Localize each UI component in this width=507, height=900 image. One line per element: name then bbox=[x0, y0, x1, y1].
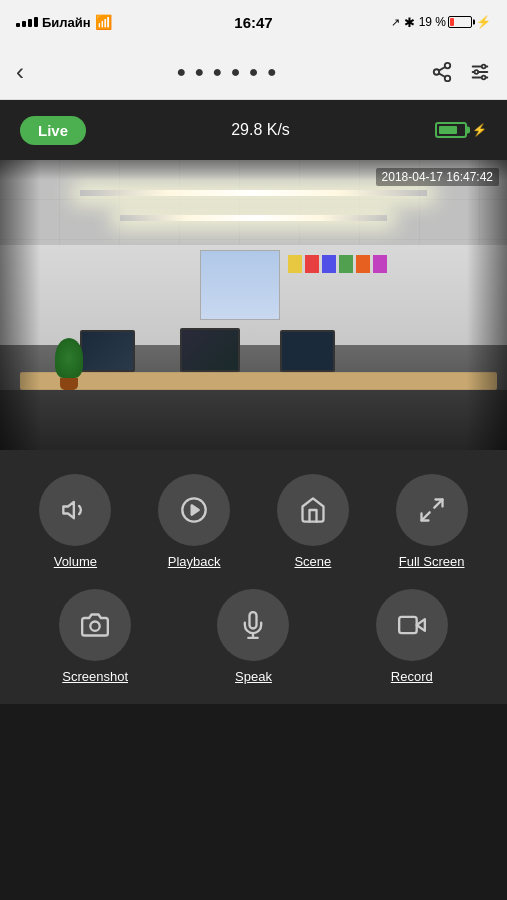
controls-row-2: Screenshot Speak Record bbox=[16, 589, 491, 684]
svg-point-16 bbox=[90, 622, 99, 631]
status-time: 16:47 bbox=[234, 14, 272, 31]
svg-rect-20 bbox=[399, 617, 417, 633]
settings-icon[interactable] bbox=[469, 61, 491, 83]
live-header: Live 29.8 K/s ⚡ bbox=[0, 100, 507, 160]
vignette-left bbox=[0, 160, 40, 450]
monitor-screen-left bbox=[82, 332, 133, 370]
battery-live: ⚡ bbox=[435, 122, 487, 138]
svg-marker-11 bbox=[64, 502, 75, 518]
office-scene bbox=[0, 160, 507, 450]
volume-icon bbox=[61, 496, 89, 524]
svg-point-10 bbox=[482, 75, 486, 79]
bluetooth-icon: ✱ bbox=[404, 15, 415, 30]
carrier-name: Билайн bbox=[42, 15, 91, 30]
speak-icon bbox=[239, 611, 267, 639]
speak-button[interactable] bbox=[217, 589, 289, 661]
record-button[interactable] bbox=[376, 589, 448, 661]
light-strip-1 bbox=[80, 190, 427, 196]
live-badge: Live bbox=[20, 116, 86, 145]
speak-control[interactable]: Speak bbox=[213, 589, 293, 684]
battery-live-fill bbox=[439, 126, 457, 134]
signal-bars bbox=[16, 17, 38, 27]
light-strip-2 bbox=[120, 215, 387, 221]
scene-button[interactable] bbox=[277, 474, 349, 546]
fullscreen-icon bbox=[418, 496, 446, 524]
floor bbox=[0, 390, 507, 450]
monitor-left bbox=[80, 330, 135, 372]
svg-marker-13 bbox=[192, 505, 199, 514]
scene-icon bbox=[299, 496, 327, 524]
record-label: Record bbox=[391, 669, 433, 684]
speak-label: Speak bbox=[235, 669, 272, 684]
svg-point-8 bbox=[482, 64, 486, 68]
battery-icon bbox=[448, 16, 472, 28]
status-left: Билайн 📶 bbox=[16, 14, 112, 30]
screenshot-icon bbox=[81, 611, 109, 639]
nav-actions bbox=[431, 61, 491, 83]
playback-button[interactable] bbox=[158, 474, 230, 546]
charging-icon: ⚡ bbox=[476, 15, 491, 29]
signal-bar-4 bbox=[34, 17, 38, 27]
plant-pot bbox=[60, 378, 78, 390]
plant bbox=[55, 338, 83, 390]
scene-label: Scene bbox=[294, 554, 331, 569]
camera-feed: 2018-04-17 16:47:42 bbox=[0, 160, 507, 450]
battery-live-icon bbox=[435, 122, 467, 138]
desk-area bbox=[0, 250, 507, 450]
fullscreen-control[interactable]: Full Screen bbox=[392, 474, 472, 569]
camera-timestamp: 2018-04-17 16:47:42 bbox=[376, 168, 499, 186]
volume-label: Volume bbox=[54, 554, 97, 569]
nav-title: ● ● ● ● ● ● bbox=[176, 63, 278, 81]
desk-surface-main bbox=[20, 372, 497, 390]
signal-bar-3 bbox=[28, 19, 32, 27]
screenshot-label: Screenshot bbox=[62, 669, 128, 684]
plant-leaves bbox=[55, 338, 83, 378]
vignette-right bbox=[467, 160, 507, 450]
monitor-center bbox=[180, 328, 240, 372]
wifi-icon: 📶 bbox=[95, 14, 112, 30]
volume-button[interactable] bbox=[39, 474, 111, 546]
svg-line-15 bbox=[421, 512, 429, 520]
battery-indicator: 19 % ⚡ bbox=[419, 15, 491, 29]
svg-line-14 bbox=[434, 500, 442, 508]
svg-point-9 bbox=[475, 70, 479, 74]
controls-row-1: Volume Playback Scene bbox=[16, 474, 491, 569]
playback-icon bbox=[180, 496, 208, 524]
playback-label: Playback bbox=[168, 554, 221, 569]
signal-bar-1 bbox=[16, 23, 20, 27]
share-icon[interactable] bbox=[431, 61, 453, 83]
record-icon bbox=[398, 611, 426, 639]
controls-area: Volume Playback Scene bbox=[0, 450, 507, 704]
charging-bolt-icon: ⚡ bbox=[472, 123, 487, 137]
battery-percent: 19 % bbox=[419, 15, 446, 29]
screenshot-button[interactable] bbox=[59, 589, 131, 661]
signal-bar-2 bbox=[22, 21, 26, 27]
scene-control[interactable]: Scene bbox=[273, 474, 353, 569]
playback-control[interactable]: Playback bbox=[154, 474, 234, 569]
navigation-icon: ↗ bbox=[391, 16, 400, 29]
screenshot-control[interactable]: Screenshot bbox=[55, 589, 135, 684]
monitor-screen-right bbox=[282, 332, 333, 370]
record-control[interactable]: Record bbox=[372, 589, 452, 684]
svg-line-3 bbox=[439, 73, 445, 77]
monitor-right bbox=[280, 330, 335, 372]
status-right: ↗ ✱ 19 % ⚡ bbox=[391, 15, 491, 30]
svg-line-4 bbox=[439, 66, 445, 70]
battery-fill bbox=[450, 18, 454, 26]
volume-control[interactable]: Volume bbox=[35, 474, 115, 569]
monitor-screen-center bbox=[182, 330, 238, 370]
live-speed: 29.8 K/s bbox=[231, 121, 290, 139]
back-button[interactable]: ‹ bbox=[16, 58, 24, 86]
fullscreen-button[interactable] bbox=[396, 474, 468, 546]
nav-bar: ‹ ● ● ● ● ● ● bbox=[0, 44, 507, 100]
svg-marker-19 bbox=[416, 619, 424, 631]
fullscreen-label: Full Screen bbox=[399, 554, 465, 569]
status-bar: Билайн 📶 16:47 ↗ ✱ 19 % ⚡ bbox=[0, 0, 507, 44]
